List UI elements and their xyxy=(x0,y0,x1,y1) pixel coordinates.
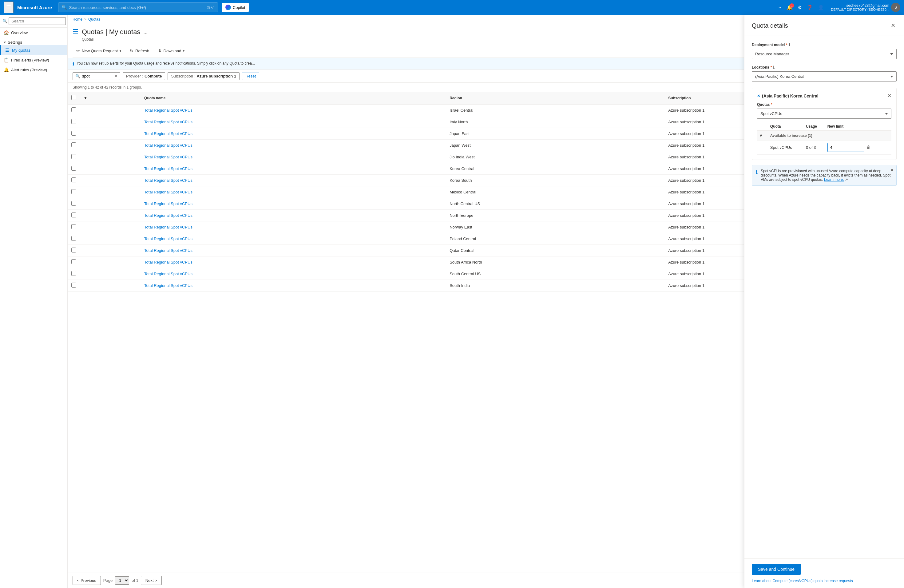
row-checkbox[interactable] xyxy=(71,212,76,217)
region-sort[interactable]: Region xyxy=(450,96,661,100)
previous-page-button[interactable]: < Previous xyxy=(73,576,101,585)
row-checkbox[interactable] xyxy=(71,259,76,264)
row-quota-name[interactable]: Total Regional Spot vCPUs xyxy=(141,268,446,280)
page-select[interactable]: 1 xyxy=(115,576,129,585)
quota-name-link[interactable]: Total Regional Spot vCPUs xyxy=(144,237,193,241)
row-quota-name[interactable]: Total Regional Spot vCPUs xyxy=(141,280,446,292)
row-quota-name[interactable]: Total Regional Spot vCPUs xyxy=(141,175,446,187)
row-checkbox[interactable] xyxy=(71,166,76,171)
row-quota-name[interactable]: Total Regional Spot vCPUs xyxy=(141,221,446,233)
quota-name-link[interactable]: Total Regional Spot vCPUs xyxy=(144,143,193,148)
row-quota-name[interactable]: Total Regional Spot vCPUs xyxy=(141,187,446,198)
quota-name-link[interactable]: Total Regional Spot vCPUs xyxy=(144,166,193,171)
deployment-model-select[interactable]: Resource Manager Classic xyxy=(752,49,897,59)
row-quota-name[interactable]: Total Regional Spot vCPUs xyxy=(141,198,446,210)
select-all-checkbox[interactable] xyxy=(71,95,76,100)
info-tooltip-close-button[interactable]: ✕ xyxy=(890,168,894,172)
row-quota-name[interactable]: Total Regional Spot vCPUs xyxy=(141,116,446,128)
th-region[interactable]: Region xyxy=(446,92,664,104)
row-checkbox[interactable] xyxy=(71,236,76,241)
refresh-button[interactable]: ↻ Refresh xyxy=(126,46,153,55)
breadcrumb-home[interactable]: Home xyxy=(73,17,82,22)
row-checkbox[interactable] xyxy=(71,248,76,253)
deployment-model-info-icon[interactable]: ℹ xyxy=(789,43,790,47)
save-and-continue-button[interactable]: Save and Continue xyxy=(752,564,801,575)
row-checkbox[interactable] xyxy=(71,154,76,159)
panel-body: Deployment model * ℹ Resource Manager Cl… xyxy=(744,35,904,558)
quota-name-link[interactable]: Total Regional Spot vCPUs xyxy=(144,260,193,264)
new-limit-input[interactable] xyxy=(827,143,864,152)
row-checkbox[interactable] xyxy=(71,177,76,182)
row-checkbox[interactable] xyxy=(71,107,76,112)
footer-learn-more-link[interactable]: Learn about Compute (cores/vCPUs) quota … xyxy=(752,579,853,583)
row-quota-name[interactable]: Total Regional Spot vCPUs xyxy=(141,245,446,256)
panel-close-button[interactable]: ✕ xyxy=(890,21,897,30)
sidebar-item-alert-rules[interactable]: 🔔 Alert rules (Preview) xyxy=(0,65,67,75)
settings-button[interactable]: ⚙ xyxy=(796,3,804,12)
row-quota-name[interactable]: Total Regional Spot vCPUs xyxy=(141,128,446,140)
reset-filter-tag[interactable]: Reset xyxy=(242,72,259,80)
sidebar-settings-section[interactable]: ∨ Settings xyxy=(0,38,67,45)
row-quota-name[interactable]: Total Regional Spot vCPUs xyxy=(141,140,446,151)
provider-filter-tag[interactable]: Provider : Compute xyxy=(123,72,165,80)
row-checkbox[interactable] xyxy=(71,189,76,194)
row-checkbox[interactable] xyxy=(71,224,76,229)
global-search-input[interactable] xyxy=(69,5,204,10)
row-checkbox[interactable] xyxy=(71,201,76,206)
quota-name-link[interactable]: Total Regional Spot vCPUs xyxy=(144,108,193,112)
quota-name-link[interactable]: Total Regional Spot vCPUs xyxy=(144,155,193,159)
row-checkbox[interactable] xyxy=(71,271,76,276)
sub-panel-close-button[interactable]: ✕ xyxy=(887,93,891,99)
global-search-box[interactable]: 🔍 (G+/) xyxy=(58,2,218,12)
quota-name-link[interactable]: Total Regional Spot vCPUs xyxy=(144,190,193,194)
quota-name-link[interactable]: Total Regional Spot vCPUs xyxy=(144,248,193,253)
sidebar-item-my-quotas[interactable]: ☰ My quotas xyxy=(0,45,67,55)
quota-name-link[interactable]: Total Regional Spot vCPUs xyxy=(144,213,193,218)
row-quota-name[interactable]: Total Regional Spot vCPUs xyxy=(141,233,446,245)
locations-select[interactable]: (Asia Pacific) Korea Central (Asia Pacif… xyxy=(752,71,897,82)
filter-clear-button[interactable]: ✕ xyxy=(115,74,117,78)
quotas-select[interactable]: Spot vCPUs Standard vCPUs Total Regional… xyxy=(757,109,891,119)
row-quota-name[interactable]: Total Regional Spot vCPUs xyxy=(141,151,446,163)
sidebar-search-input[interactable] xyxy=(9,17,66,25)
th-quota-name[interactable]: Quota name xyxy=(141,92,446,104)
next-page-button[interactable]: Next > xyxy=(141,576,162,585)
quota-name-sort[interactable]: Quota name xyxy=(144,96,442,100)
feedback-button[interactable]: 👤 xyxy=(816,3,826,12)
row-quota-name[interactable]: Total Regional Spot vCPUs xyxy=(141,104,446,116)
sort-button[interactable]: ▼ xyxy=(84,96,137,100)
copilot-button[interactable]: Copilot xyxy=(222,3,249,12)
help-button[interactable]: ❓ xyxy=(805,3,815,12)
quota-name-link[interactable]: Total Regional Spot vCPUs xyxy=(144,201,193,206)
cloud-shell-button[interactable]: ⌁ xyxy=(777,3,784,12)
new-quota-request-button[interactable]: ✏ New Quota Request ▾ xyxy=(73,46,125,55)
user-avatar[interactable]: S xyxy=(891,3,900,12)
quota-delete-button[interactable]: 🗑 xyxy=(865,144,872,151)
info-tooltip-link[interactable]: Learn more. xyxy=(824,177,844,182)
subscription-filter-tag[interactable]: Subscription : Azure subscription 1 xyxy=(168,72,240,80)
sidebar-item-fired-alerts[interactable]: 📋 Fired alerts (Preview) xyxy=(0,55,67,65)
filter-search-box[interactable]: 🔍 ✕ xyxy=(73,72,120,80)
row-quota-name[interactable]: Total Regional Spot vCPUs xyxy=(141,163,446,175)
row-quota-name[interactable]: Total Regional Spot vCPUs xyxy=(141,256,446,268)
row-checkbox[interactable] xyxy=(71,131,76,136)
quota-name-link[interactable]: Total Regional Spot vCPUs xyxy=(144,272,193,276)
row-quota-name[interactable]: Total Regional Spot vCPUs xyxy=(141,210,446,221)
row-checkbox[interactable] xyxy=(71,142,76,147)
download-button[interactable]: ⬇ Download ▾ xyxy=(154,46,188,55)
quota-group-chevron[interactable]: ∨ xyxy=(757,131,768,141)
page-more-button[interactable]: ... xyxy=(143,29,147,35)
row-checkbox[interactable] xyxy=(71,283,76,288)
row-checkbox[interactable] xyxy=(71,119,76,124)
notifications-button[interactable]: 🔔 1 xyxy=(785,3,795,12)
quota-name-link[interactable]: Total Regional Spot vCPUs xyxy=(144,120,193,124)
sidebar-item-overview[interactable]: 🏠 Overview xyxy=(0,28,67,38)
breadcrumb-quotas[interactable]: Quotas xyxy=(88,17,100,22)
hamburger-menu-button[interactable]: ☰ xyxy=(4,2,14,13)
filter-search-input[interactable] xyxy=(82,74,113,78)
quota-name-link[interactable]: Total Regional Spot vCPUs xyxy=(144,131,193,136)
locations-info-icon[interactable]: ℹ xyxy=(773,65,774,70)
quota-name-link[interactable]: Total Regional Spot vCPUs xyxy=(144,283,193,288)
quota-name-link[interactable]: Total Regional Spot vCPUs xyxy=(144,225,193,229)
quota-name-link[interactable]: Total Regional Spot vCPUs xyxy=(144,178,193,183)
